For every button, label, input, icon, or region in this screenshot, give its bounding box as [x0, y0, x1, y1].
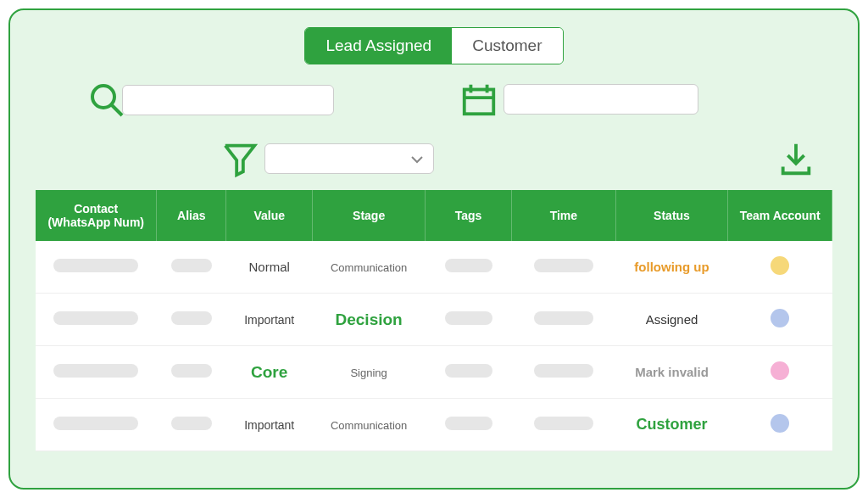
cell-tags: [426, 294, 512, 346]
redacted-placeholder: [53, 364, 138, 378]
cell-contact: [36, 346, 157, 399]
cell-alias: [157, 294, 226, 346]
cell-alias: [157, 346, 226, 399]
cell-alias: [157, 241, 226, 294]
table-row[interactable]: ImportantCommunicationCustomer: [36, 399, 832, 451]
team-account-dot: [771, 414, 789, 433]
col-contact: Contact (WhatsApp Num): [36, 190, 157, 241]
col-status: Status: [615, 190, 728, 241]
search-input[interactable]: [122, 85, 334, 115]
cell-tags: [426, 241, 512, 294]
cell-alias: [157, 399, 226, 451]
redacted-placeholder: [53, 259, 138, 272]
col-tags: Tags: [426, 190, 512, 241]
redacted-placeholder: [445, 311, 492, 325]
search-icon: [86, 80, 127, 120]
redacted-placeholder: [171, 259, 212, 272]
cell-value: Important: [226, 294, 313, 346]
redacted-placeholder: [171, 364, 212, 378]
download-group: [776, 139, 815, 182]
cell-value: Core: [226, 346, 313, 399]
search-group: [86, 80, 334, 120]
cell-team-account: [728, 346, 832, 399]
col-alias: Alias: [157, 190, 226, 241]
redacted-placeholder: [534, 259, 593, 272]
redacted-placeholder: [171, 417, 212, 430]
date-input[interactable]: [504, 84, 698, 115]
cell-time: [512, 241, 616, 294]
filter-select[interactable]: [264, 143, 434, 174]
redacted-placeholder: [53, 311, 138, 325]
cell-team-account: [728, 241, 832, 294]
table-header-row: Contact (WhatsApp Num) Alias Value Stage…: [36, 190, 832, 241]
svg-line-1: [112, 105, 122, 115]
cell-stage: Signing: [313, 346, 426, 399]
table-row[interactable]: NormalCommunicationfollowing up: [36, 241, 832, 294]
team-account-dot: [771, 361, 789, 380]
col-team-account: Team Account: [728, 190, 832, 241]
app-panel: Lead Assigned Customer: [8, 8, 860, 490]
tab-customer[interactable]: Customer: [452, 28, 562, 64]
redacted-placeholder: [445, 417, 492, 430]
cell-contact: [36, 294, 157, 346]
redacted-placeholder: [534, 417, 593, 430]
redacted-placeholder: [534, 311, 593, 325]
col-time: Time: [512, 190, 616, 241]
tab-lead-assigned[interactable]: Lead Assigned: [305, 28, 452, 64]
controls-row-1: [36, 80, 832, 131]
funnel-icon: [220, 139, 259, 178]
cell-time: [512, 399, 616, 451]
redacted-placeholder: [53, 417, 138, 430]
cell-time: [512, 346, 616, 399]
cell-contact: [36, 399, 157, 451]
cell-status: Customer: [615, 399, 728, 451]
cell-team-account: [728, 399, 832, 451]
cell-status: Mark invalid: [615, 346, 728, 399]
team-account-dot: [771, 256, 789, 275]
calendar-icon: [459, 80, 498, 119]
col-stage: Stage: [313, 190, 426, 241]
cell-status: following up: [615, 241, 728, 294]
tab-bar: Lead Assigned Customer: [36, 27, 832, 64]
filter-group: [220, 139, 434, 178]
redacted-placeholder: [445, 259, 492, 272]
cell-stage: Communication: [313, 399, 426, 451]
cell-contact: [36, 241, 157, 294]
leads-table: Contact (WhatsApp Num) Alias Value Stage…: [36, 190, 832, 451]
cell-status: Assigned: [615, 294, 728, 346]
redacted-placeholder: [534, 364, 593, 378]
cell-tags: [426, 399, 512, 451]
svg-point-0: [92, 86, 114, 108]
download-icon[interactable]: [776, 139, 815, 178]
cell-stage: Communication: [313, 241, 426, 294]
col-value: Value: [226, 190, 313, 241]
redacted-placeholder: [171, 311, 212, 325]
cell-value: Normal: [226, 241, 313, 294]
cell-time: [512, 294, 616, 346]
table-row[interactable]: CoreSigningMark invalid: [36, 346, 832, 399]
cell-value: Important: [226, 399, 313, 451]
cell-stage: Decision: [313, 294, 426, 346]
chevron-down-icon: [411, 155, 423, 164]
tab-group: Lead Assigned Customer: [304, 27, 563, 64]
date-group: [459, 80, 698, 119]
redacted-placeholder: [445, 364, 492, 378]
controls-row-2: [36, 139, 832, 190]
cell-team-account: [728, 294, 832, 346]
team-account-dot: [771, 309, 789, 327]
table-row[interactable]: ImportantDecisionAssigned: [36, 294, 832, 346]
svg-rect-2: [465, 90, 494, 115]
cell-tags: [426, 346, 512, 399]
